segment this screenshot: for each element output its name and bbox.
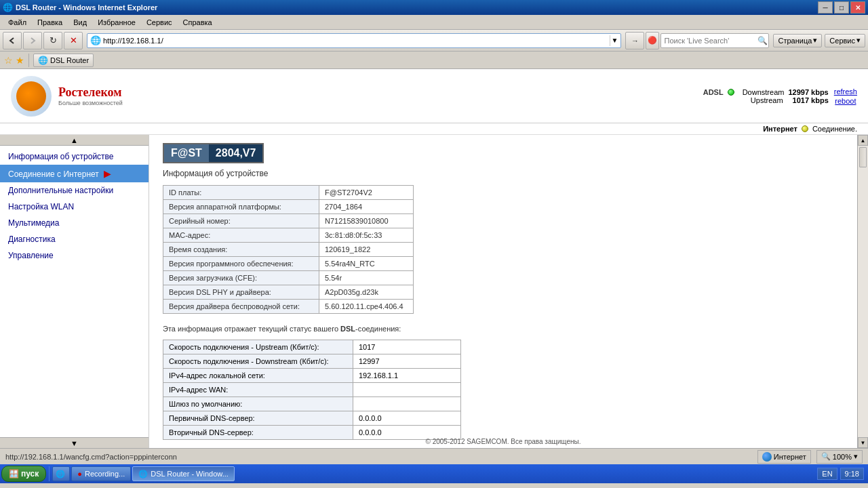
sidebar-item-wlan[interactable]: Настройка WLAN: [0, 199, 149, 215]
info-label: Версия аппаратной платформы:: [163, 200, 319, 214]
menu-edit[interactable]: Правка: [32, 17, 68, 28]
menu-file[interactable]: Файл: [3, 17, 32, 28]
status-bar: http://192.168.1.1/wancfg.cmd?action=ppp…: [0, 448, 868, 464]
dsl-router-icon: 🌐: [138, 470, 148, 479]
page-scrollbar[interactable]: ▲ ▼: [857, 135, 868, 448]
conn-label: IPv4-адрес WAN:: [163, 383, 353, 397]
zoom-level: 100%: [833, 453, 852, 461]
menu-view[interactable]: Вид: [68, 17, 92, 28]
conn-label: IPv4-адрес локальной сети:: [163, 369, 353, 383]
table-row: ID платы:F@ST2704V2: [163, 186, 414, 200]
page-menu-button[interactable]: Страница ▾: [773, 34, 822, 47]
device-info-table: ID платы:F@ST2704V2Версия аппаратной пла…: [163, 185, 414, 314]
sidebar-item-management[interactable]: Управление: [0, 247, 149, 264]
internet-label: Интернет: [763, 125, 797, 133]
favorites-dsl-router[interactable]: 🌐 DSL Router: [33, 54, 94, 67]
maximize-button[interactable]: □: [834, 1, 849, 14]
conn-value: [353, 383, 461, 397]
sidebar-scroll-up[interactable]: ▲: [0, 135, 149, 146]
toolbar: ↻ ✕ 🌐 ▼ → 🔴 🔍 Страница ▾ Сервис ▾: [0, 30, 868, 52]
live-search-button[interactable]: 🔴: [646, 32, 659, 49]
search-input[interactable]: [664, 37, 757, 45]
taskbar: 🪟 пуск 🌐 ● Recording... 🌐 DSL Router - W…: [0, 464, 868, 483]
menu-help[interactable]: Справка: [178, 17, 218, 28]
router-header: Ростелеком Больше возможностей ADSL Down…: [0, 69, 868, 123]
adsl-status-row: ADSL Downstream 12997 kbps: [703, 88, 829, 96]
info-value: N71215839010800: [319, 214, 414, 228]
info-label: МАС-адрес:: [163, 228, 319, 243]
sidebar-scroll-down[interactable]: ▼: [0, 437, 149, 448]
info-value: 5.60.120.11.cpe4.406.4: [319, 300, 414, 314]
search-icon[interactable]: 🔍: [757, 36, 768, 45]
conn-label: Первичный DNS-сервер:: [163, 411, 353, 426]
copyright: © 2005-2012 SAGEMCOM. Все права защищены…: [149, 438, 857, 445]
close-button[interactable]: ✕: [850, 1, 865, 14]
stop-button[interactable]: ✕: [64, 32, 83, 49]
adsl-status-box: ADSL Downstream 12997 kbps Upstream 1017…: [703, 88, 829, 104]
ie-globe-icon: [762, 452, 772, 462]
sidebar-item-internet-conn[interactable]: Соединение с Интернет ▶: [0, 165, 149, 182]
device-model-left: F@ST: [164, 144, 209, 162]
table-row: Скорость подключения - Downstream (Кбит/…: [163, 354, 461, 369]
info-label: Версия DSL PHY и драйвера:: [163, 285, 319, 300]
connection-label: Соединение.: [812, 125, 857, 133]
reboot-button-link[interactable]: reboot: [834, 97, 857, 105]
sidebar-item-device-info[interactable]: Информация об устройстве: [0, 148, 149, 165]
upstream-status-row: Upstream 1017 kbps: [703, 96, 829, 104]
windows-icon: 🪟: [9, 469, 19, 479]
start-button[interactable]: 🪟 пуск: [1, 466, 46, 482]
conn-value: [353, 397, 461, 411]
table-row: Первичный DNS-сервер:0.0.0.0: [163, 411, 461, 426]
conn-label: Скорость подключения - Downstream (Кбит/…: [163, 354, 353, 369]
sidebar-item-multimedia[interactable]: Мультимедиа: [0, 215, 149, 231]
recording-label: Recording...: [85, 470, 125, 478]
language-indicator[interactable]: EN: [817, 468, 837, 480]
service-menu-button[interactable]: Сервис ▾: [825, 34, 865, 47]
recording-icon: ●: [77, 470, 82, 478]
refresh-button-link[interactable]: refresh: [834, 87, 857, 96]
menu-favorites[interactable]: Избранное: [92, 17, 141, 28]
title-bar-buttons: ─ □ ✕: [818, 1, 865, 14]
forward-button[interactable]: [23, 32, 42, 49]
device-model-right: 2804,V7: [209, 144, 263, 162]
refresh-button[interactable]: ↻: [43, 32, 62, 49]
sidebar-item-diagnostics[interactable]: Диагностика: [0, 231, 149, 247]
back-button[interactable]: [3, 32, 22, 49]
title-bar-text: DSL Router - Windows Internet Explorer: [16, 3, 818, 12]
address-bar: 🌐 ▼: [87, 33, 621, 48]
zoom-panel[interactable]: 🔍 100% ▾: [816, 450, 863, 464]
info-label: Версия драйвера беспроводной сети:: [163, 300, 319, 314]
table-row: Скорость подключения - Upstream (Кбит/с)…: [163, 340, 461, 354]
upstream-label: Upstream: [751, 96, 783, 104]
active-nav-arrow: ▶: [104, 168, 111, 179]
logo-main-text: Ростелеком: [58, 85, 123, 100]
internet-status-row: Интернет Соединение.: [0, 123, 868, 135]
conn-value: 12997: [353, 354, 461, 369]
logo-image: [16, 81, 46, 111]
scroll-track[interactable]: [858, 146, 868, 437]
menu-service[interactable]: Сервис: [141, 17, 178, 28]
scroll-up-button[interactable]: ▲: [858, 135, 868, 146]
sidebar-item-advanced[interactable]: Дополнительные настройки: [0, 182, 149, 199]
page-content: F@ST 2804,V7 Информация об устройстве ID…: [149, 135, 857, 448]
scroll-down-button[interactable]: ▼: [858, 437, 868, 448]
minimize-button[interactable]: ─: [818, 1, 833, 14]
info-label: Версия загрузчика (CFE):: [163, 271, 319, 285]
add-favorites-star[interactable]: ☆: [4, 55, 13, 66]
status-bar-right: Интернет 🔍 100% ▾: [757, 450, 863, 464]
dsl-router-label: DSL Router - Window...: [151, 470, 229, 478]
taskbar-item-recording[interactable]: ● Recording...: [71, 466, 131, 481]
internet-zone-panel: Интернет: [757, 450, 811, 464]
info-label: Серийный номер:: [163, 214, 319, 228]
taskbar-item-dsl-router[interactable]: 🌐 DSL Router - Window...: [132, 466, 235, 481]
sidebar-nav: Информация об устройстве Соединение с Ин…: [0, 135, 149, 277]
scroll-thumb[interactable]: [859, 147, 867, 167]
address-input[interactable]: [103, 37, 608, 45]
sidebar: ▲ Информация об устройстве Соединение с …: [0, 135, 149, 448]
dsl-status-text: Эта информация отражает текущий статус в…: [163, 325, 844, 333]
info-value: A2pD035g.d23k: [319, 285, 414, 300]
favorites-star[interactable]: ★: [16, 55, 24, 66]
adsl-label: ADSL: [703, 88, 724, 96]
go-button[interactable]: →: [625, 32, 644, 49]
content-wrapper: ▲ Информация об устройстве Соединение с …: [0, 135, 868, 448]
